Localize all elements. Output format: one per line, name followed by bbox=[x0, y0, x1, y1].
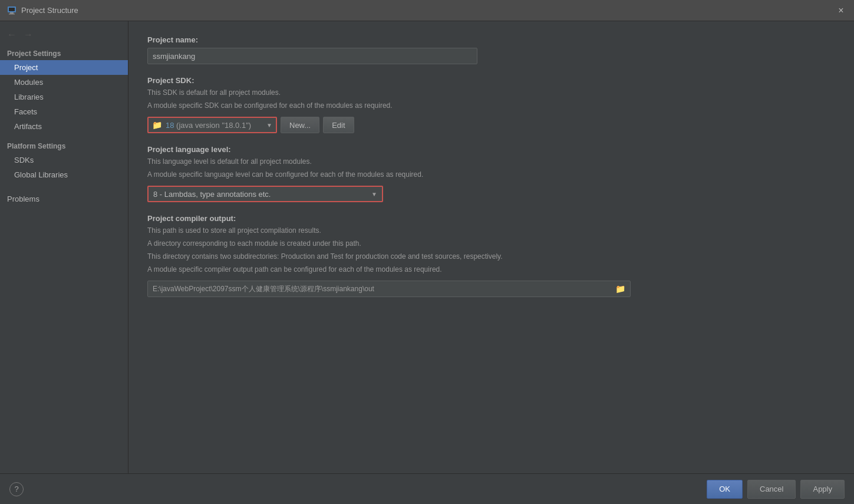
sdk-row: 📁 18 (java version "18.0.1") ▼ New... Ed… bbox=[147, 117, 835, 133]
sidebar-item-project[interactable]: Project bbox=[0, 60, 128, 75]
project-sdk-desc2: A module specific SDK can be configured … bbox=[147, 100, 835, 111]
dialog-title: Project Structure bbox=[21, 6, 835, 15]
sdk-new-button[interactable]: New... bbox=[281, 117, 319, 133]
project-structure-dialog: Project Structure × ← → Project Settings… bbox=[0, 0, 854, 504]
project-name-input[interactable] bbox=[147, 48, 477, 64]
back-button[interactable]: ← bbox=[5, 28, 19, 41]
sidebar-item-libraries[interactable]: Libraries bbox=[0, 90, 128, 104]
sdk-dropdown-arrow-icon: ▼ bbox=[266, 122, 272, 129]
project-language-level-label: Project language level: bbox=[147, 145, 835, 154]
sdk-folder-icon: 📁 bbox=[152, 120, 162, 130]
language-level-dropdown[interactable]: 8 - Lambdas, type annotations etc. ▼ bbox=[147, 186, 383, 202]
ok-button[interactable]: OK bbox=[707, 480, 743, 499]
dialog-body: ← → Project Settings Project Modules Lib… bbox=[0, 21, 854, 473]
help-button[interactable]: ? bbox=[9, 482, 24, 496]
svg-rect-3 bbox=[9, 14, 15, 15]
sidebar: ← → Project Settings Project Modules Lib… bbox=[0, 21, 128, 473]
sidebar-spacer bbox=[0, 134, 128, 139]
bottom-bar-actions: OK Cancel Apply bbox=[707, 480, 845, 499]
compiler-output-box[interactable]: E:\javaWebProject\2097ssm个人健康管理系统\源程序\ss… bbox=[147, 281, 631, 297]
project-language-level-desc1: This language level is default for all p… bbox=[147, 156, 835, 167]
project-name-label: Project name: bbox=[147, 35, 835, 44]
sdk-dropdown[interactable]: 📁 18 (java version "18.0.1") ▼ bbox=[147, 117, 277, 133]
nav-buttons: ← → bbox=[0, 26, 128, 46]
sidebar-item-problems[interactable]: Problems bbox=[0, 192, 128, 206]
language-level-row: 8 - Lambdas, type annotations etc. ▼ bbox=[147, 186, 835, 202]
compiler-output-desc3: This directory contains two subdirectori… bbox=[147, 251, 835, 262]
compiler-output-desc4: A module specific compiler output path c… bbox=[147, 264, 835, 275]
close-button[interactable]: × bbox=[835, 5, 847, 17]
main-content: Project name: Project SDK: This SDK is d… bbox=[128, 21, 854, 473]
sidebar-item-sdks[interactable]: SDKs bbox=[0, 153, 128, 167]
compiler-output-desc2: A directory corresponding to each module… bbox=[147, 238, 835, 249]
svg-rect-1 bbox=[9, 8, 15, 11]
cancel-button[interactable]: Cancel bbox=[747, 480, 796, 499]
project-sdk-desc1: This SDK is default for all project modu… bbox=[147, 87, 835, 98]
language-level-value: 8 - Lambdas, type annotations etc. bbox=[153, 190, 271, 199]
bottom-bar: ? OK Cancel Apply bbox=[0, 473, 854, 504]
project-compiler-output-label: Project compiler output: bbox=[147, 214, 835, 223]
sidebar-item-artifacts[interactable]: Artifacts bbox=[0, 119, 128, 134]
title-bar: Project Structure × bbox=[0, 0, 854, 21]
compiler-output-path: E:\javaWebProject\2097ssm个人健康管理系统\源程序\ss… bbox=[153, 284, 615, 294]
dialog-icon bbox=[7, 6, 17, 15]
compiler-output-browse-icon[interactable]: 📁 bbox=[615, 284, 625, 294]
sdk-version-text: 18 (java version "18.0.1") bbox=[166, 121, 264, 130]
sidebar-item-modules[interactable]: Modules bbox=[0, 75, 128, 90]
project-language-level-desc2: A module specific language level can be … bbox=[147, 169, 835, 180]
language-dropdown-arrow-icon: ▼ bbox=[371, 191, 377, 197]
apply-button[interactable]: Apply bbox=[800, 480, 845, 499]
sidebar-spacer-2 bbox=[0, 182, 128, 187]
platform-settings-label: Platform Settings bbox=[0, 139, 128, 153]
project-settings-label: Project Settings bbox=[0, 46, 128, 60]
sdk-version-number: 18 bbox=[166, 121, 174, 130]
compiler-output-desc1: This path is used to store all project c… bbox=[147, 225, 835, 236]
svg-rect-2 bbox=[10, 12, 14, 14]
project-sdk-label: Project SDK: bbox=[147, 76, 835, 85]
sidebar-item-global-libraries[interactable]: Global Libraries bbox=[0, 167, 128, 182]
sdk-edit-button[interactable]: Edit bbox=[323, 117, 354, 133]
forward-button[interactable]: → bbox=[21, 28, 35, 41]
sdk-version-detail: (java version "18.0.1") bbox=[176, 121, 251, 130]
sidebar-item-facets[interactable]: Facets bbox=[0, 104, 128, 119]
